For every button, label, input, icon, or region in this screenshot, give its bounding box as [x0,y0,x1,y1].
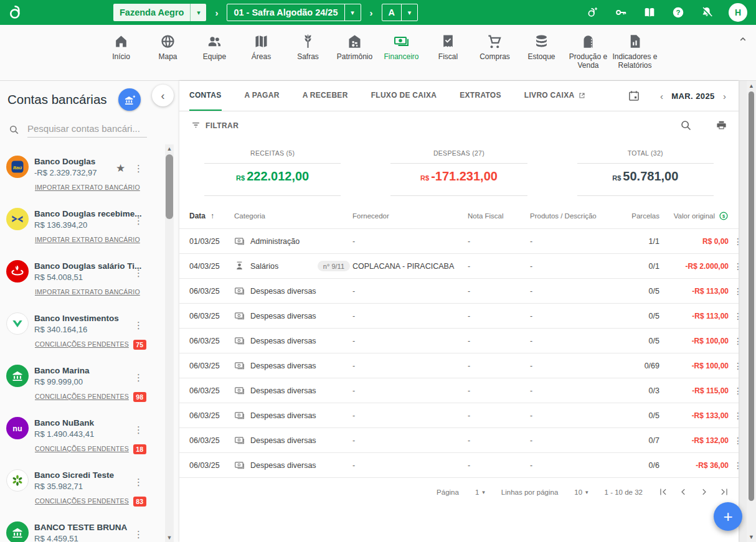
notifications-off-icon[interactable] [700,6,714,19]
row-kebab-icon[interactable]: ⋮ [729,261,747,271]
nav-item-indicadores[interactable]: Indicadores e Relatórios [612,33,658,80]
key-icon[interactable] [614,6,628,19]
nav-item-equipe[interactable]: Equipe [191,33,238,80]
scroll-down-icon[interactable]: ▼ [165,535,174,541]
kebab-menu-icon[interactable]: ⋮ [134,477,143,488]
add-bank-account-button[interactable] [118,88,141,111]
row-kebab-icon[interactable]: ⋮ [729,286,747,296]
bank-account-item[interactable]: ItaúBanco Douglas-R$ 2.329.732,97★⋮IMPOR… [0,151,164,203]
kebab-menu-icon[interactable]: ⋮ [134,424,143,436]
row-kebab-icon[interactable]: ⋮ [729,336,747,346]
account-action-link[interactable]: IMPORTAR EXTRATO BANCÁRIO [35,236,140,243]
column-fornecedor[interactable]: Fornecedor [352,212,468,220]
window-scrollbar[interactable]: ▲ ▼ [747,81,756,542]
table-row[interactable]: 06/03/25Despesas diversas---0/3-R$ 115,0… [179,378,739,403]
table-row[interactable]: 06/03/25Despesas diversas---0/6-R$ 36,00… [179,452,739,477]
book-icon[interactable] [643,6,656,19]
star-icon[interactable]: ★ [116,162,125,175]
scroll-up-icon[interactable]: ▲ [165,146,174,152]
bank-account-item[interactable]: Banco MarinaR$ 99.999,00⋮CONCILIAÇÕES PE… [0,360,164,412]
field-selector[interactable]: A ▾ [382,4,418,21]
tab-a-pagar[interactable]: A PAGAR [245,81,280,111]
bank-account-item[interactable]: nuBanco NuBankR$ 1.490.443,41⋮CONCILIAÇÕ… [0,412,164,464]
collapse-nav-icon[interactable] [737,34,749,45]
account-action-link[interactable]: IMPORTAR EXTRATO BANCÁRIO [35,288,140,296]
row-kebab-icon[interactable]: ⋮ [729,386,747,396]
tab-extratos[interactable]: EXTRATOS [460,81,501,111]
bank-account-item[interactable]: Banco Douglas recebime...R$ 136.394,20⋮I… [0,203,164,255]
calendar-icon[interactable] [628,90,640,102]
account-action-link[interactable]: CONCILIAÇÕES PENDENTES [35,497,129,505]
kebab-menu-icon[interactable]: ⋮ [134,320,143,331]
bank-account-item[interactable]: Banco InvestimentosR$ 340.164,16⋮CONCILI… [0,307,164,360]
avatar[interactable]: H [729,3,747,22]
nav-item-mapa[interactable]: Mapa [144,33,191,80]
tab-a-receber[interactable]: A RECEBER [303,81,348,111]
bank-account-item[interactable]: Banco Douglas salário Ti...R$ 54.008,51⋮… [0,255,164,307]
table-row[interactable]: 06/03/25Despesas diversas---0/69-R$ 100,… [179,353,739,378]
add-transaction-fab[interactable]: + [714,502,742,531]
per-page-select[interactable]: 10▾ [574,488,588,496]
account-action-link[interactable]: CONCILIAÇÕES PENDENTES [35,340,129,348]
help-icon[interactable]: ? [671,6,685,19]
first-page-icon[interactable] [658,487,668,497]
nav-item-compras[interactable]: Compras [471,33,518,80]
row-kebab-icon[interactable]: ⋮ [729,361,747,371]
bank-account-item[interactable]: BANCO TESTE BRUNAR$ 4.459,51⋮ [0,516,164,542]
next-month-button[interactable]: › [721,91,729,101]
sidebar-scrollbar[interactable]: ▲ ▼ [165,144,174,542]
page-select[interactable]: 1▾ [475,488,485,496]
filter-button[interactable]: FILTRAR [191,120,239,131]
column-categoria[interactable]: Categoria [234,212,352,220]
search-input[interactable] [27,122,147,138]
column-parcelas[interactable]: Parcelas [623,212,659,220]
table-row[interactable]: 06/03/25Despesas diversas---0/5-R$ 100,0… [179,328,739,353]
nav-item-fiscal[interactable]: Fiscal [425,33,471,80]
caret-down-icon[interactable]: ▾ [401,4,417,21]
sidebar-scrollbar-thumb[interactable] [166,154,173,219]
prev-month-button[interactable]: ‹ [658,91,666,101]
nav-item-inicio[interactable]: Início [98,33,144,80]
column-produtos[interactable]: Produtos / Descrição [530,212,623,220]
next-page-icon[interactable] [699,487,709,497]
table-row[interactable]: 06/03/25Despesas diversas---0/5-R$ 113,0… [179,278,739,303]
kebab-menu-icon[interactable]: ⋮ [134,529,143,540]
print-icon[interactable] [716,119,727,131]
nav-item-patrimonio[interactable]: Patrimônio [331,33,378,80]
row-kebab-icon[interactable]: ⋮ [729,411,747,421]
kebab-menu-icon[interactable]: ⋮ [134,268,143,279]
caret-down-icon[interactable]: ▾ [344,4,361,21]
table-row[interactable]: 04/03/25Saláriosn° 9/11COPLACANA - PIRAC… [179,253,739,278]
nav-item-producao[interactable]: Produção e Venda [565,33,612,80]
column-valor-original[interactable]: Valor original $ [659,211,729,221]
search-table-icon[interactable] [680,119,692,131]
nav-item-estoque[interactable]: Estoque [518,33,565,80]
table-row[interactable]: 06/03/25Despesas diversas---0/5-R$ 133,0… [179,403,739,428]
bank-account-item[interactable]: Banco Sicredi TesteR$ 35.982,71⋮CONCILIA… [0,464,164,516]
row-kebab-icon[interactable]: ⋮ [729,311,747,321]
row-kebab-icon[interactable]: ⋮ [729,460,747,470]
column-nota-fiscal[interactable]: Nota Fiscal [468,212,530,220]
scroll-up-icon[interactable]: ▲ [747,83,756,89]
account-action-link[interactable]: CONCILIAÇÕES PENDENTES [35,445,129,452]
kebab-menu-icon[interactable]: ⋮ [134,372,143,383]
nav-item-financeiro[interactable]: Financeiro [378,33,425,80]
farm-selector[interactable]: Fazenda Aegro ▾ [113,4,206,21]
collapse-sidebar-button[interactable]: ‹ [152,85,174,106]
account-action-link[interactable]: CONCILIAÇÕES PENDENTES [35,393,129,400]
table-row[interactable]: 06/03/25Despesas diversas---0/7-R$ 132,0… [179,428,739,452]
row-kebab-icon[interactable]: ⋮ [729,236,747,246]
scroll-down-icon[interactable]: ▼ [747,534,756,540]
tab-fluxo-de-caixa[interactable]: FLUXO DE CAIXA [371,81,437,111]
window-scrollbar-thumb[interactable] [749,91,754,501]
kebab-menu-icon[interactable]: ⋮ [134,215,143,227]
table-row[interactable]: 01/03/25Administração---1/1R$ 0,00⋮ [179,228,739,253]
prev-page-icon[interactable] [678,487,689,497]
tab-contas[interactable]: CONTAS [189,81,222,111]
row-kebab-icon[interactable]: ⋮ [729,436,747,446]
tab-livro-caixa[interactable]: LIVRO CAIXA [524,81,587,111]
nav-item-areas[interactable]: Áreas [238,33,285,80]
caret-down-icon[interactable]: ▾ [190,4,206,21]
harvest-selector[interactable]: 01 - Safra Algodão 24/25 ▾ [227,4,361,21]
nav-item-safras[interactable]: Safras [285,33,331,80]
